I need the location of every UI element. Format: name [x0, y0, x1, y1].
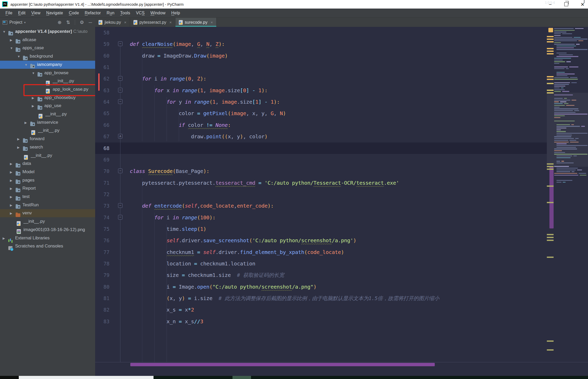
- chevron-collapsed-icon[interactable]: ▶: [17, 146, 20, 149]
- chevron-expanded-icon[interactable]: ▼: [3, 30, 6, 34]
- tree-item-Model[interactable]: ▶Model: [0, 168, 95, 176]
- tab-pytesseract.py[interactable]: pytesseract.py×: [130, 18, 175, 27]
- vertical-scrollbar-thumb[interactable]: [549, 167, 554, 228]
- code-line-68[interactable]: 68: [95, 142, 547, 154]
- menu-item-refactor[interactable]: Refactor: [82, 11, 104, 15]
- code-line-61[interactable]: 61: [95, 61, 547, 73]
- code-line-74[interactable]: 74− for i in range(100):: [95, 212, 547, 223]
- code-line-75[interactable]: 75 time.sleep(1): [95, 223, 547, 235]
- menu-item-navigate[interactable]: Navigate: [43, 11, 66, 15]
- code-line-73[interactable]: 73− def entercode(self,code_locate,enter…: [95, 200, 547, 212]
- tree-item-pages[interactable]: ▶pages: [0, 176, 95, 184]
- code-line-83[interactable]: 83 x_n = x_s//3: [95, 316, 547, 327]
- code-line-60[interactable]: 60 draw = ImageDraw.Draw(image): [95, 50, 547, 62]
- tree-item-app_browse[interactable]: ▼app_browse: [0, 69, 95, 77]
- tree-item-__init__.py[interactable]: __init__.py: [0, 110, 95, 118]
- chevron-collapsed-icon[interactable]: ▶: [32, 96, 34, 100]
- tree-item-apps_case[interactable]: ▼apps_case: [0, 44, 95, 52]
- menu-item-tools[interactable]: Tools: [117, 11, 133, 15]
- code-editor[interactable]: 5859−def clearNoise(image, G, N, Z):60 d…: [95, 27, 547, 362]
- settings-icon[interactable]: ⚙: [80, 20, 84, 25]
- menu-item-code[interactable]: Code: [66, 11, 82, 15]
- code-line-82[interactable]: 82 x_s = x*2: [95, 304, 547, 316]
- tree-item-TestRun[interactable]: ▶TestRun: [0, 201, 95, 209]
- chevron-collapsed-icon[interactable]: ▶: [17, 137, 20, 141]
- code-line-77[interactable]: 77 checknum1 = self.driver.find_element_…: [95, 246, 547, 258]
- chevron-down-icon[interactable]: ▾: [24, 21, 26, 24]
- tab-jiekou.py[interactable]: jiekou.py×: [95, 18, 130, 27]
- locate-icon[interactable]: ⊕: [58, 20, 62, 25]
- code-line-72[interactable]: 72: [95, 189, 547, 200]
- code-line-66[interactable]: 66 if color != None:: [95, 119, 547, 131]
- tree-item-Report[interactable]: ▶Report: [0, 184, 95, 192]
- fold-marker-down-icon[interactable]: −: [118, 76, 123, 81]
- horizontal-scrollbar-thumb[interactable]: [130, 363, 435, 366]
- tree-item-iamservice[interactable]: ▶iamservice: [0, 119, 95, 127]
- fold-marker-down-icon[interactable]: −: [118, 99, 123, 104]
- code-line-71[interactable]: 71 pytesseract.pytesseract.tesseract_cmd…: [95, 177, 547, 189]
- fold-marker-down-icon[interactable]: −: [118, 215, 123, 220]
- chevron-collapsed-icon[interactable]: ▶: [10, 38, 12, 42]
- code-line-67[interactable]: 67∧ draw.point((x, y), color): [95, 131, 547, 142]
- menu-item-file[interactable]: File: [3, 11, 15, 15]
- tree-item-__init__.py[interactable]: __init__.py: [0, 127, 95, 135]
- tree-item-__init__.py[interactable]: __init__.py: [0, 218, 95, 226]
- fold-marker-fold-icon[interactable]: −: [118, 41, 123, 46]
- tree-item-search[interactable]: ▶search: [0, 143, 95, 151]
- close-icon[interactable]: ×: [211, 20, 213, 24]
- hide-icon[interactable]: ─: [89, 20, 92, 25]
- code-line-78[interactable]: 78 location = checknum1.location: [95, 258, 547, 270]
- code-line-59[interactable]: 59−def clearNoise(image, G, N, Z):: [95, 38, 547, 50]
- fold-marker-up-icon[interactable]: ∧: [118, 134, 123, 139]
- menu-item-view[interactable]: View: [28, 11, 43, 15]
- fold-marker-fold-icon[interactable]: −: [118, 169, 123, 173]
- menu-item-vcs[interactable]: VCS: [133, 11, 148, 15]
- chevron-collapsed-icon[interactable]: ▶: [10, 179, 12, 182]
- close-icon[interactable]: ×: [169, 20, 172, 24]
- code-line-58[interactable]: 58: [95, 27, 547, 39]
- chevron-expanded-icon[interactable]: ▼: [10, 46, 13, 50]
- chevron-collapsed-icon[interactable]: ▶: [10, 187, 12, 190]
- chevron-collapsed-icon[interactable]: ▶: [10, 203, 12, 207]
- code-line-64[interactable]: 64− for y in range(1, image.size[1] - 1)…: [95, 96, 547, 108]
- close-icon[interactable]: ×: [124, 20, 126, 24]
- collapse-all-icon[interactable]: ⇅: [66, 20, 70, 25]
- fold-marker-down-icon[interactable]: −: [118, 88, 123, 92]
- tree-item-venv[interactable]: ▶venv: [0, 209, 95, 217]
- code-line-69[interactable]: 69: [95, 154, 547, 166]
- tree-item-Scratches-and-Consoles[interactable]: Scratches and Consoles: [0, 242, 95, 250]
- tab-surecode.py[interactable]: surecode.py×: [175, 18, 217, 27]
- tree-item-External-Libraries[interactable]: ▶External Libraries: [0, 234, 95, 242]
- code-line-81[interactable]: 81 (x, y) = i.size # 此方法为调整保存后截图的显示比例，由于…: [95, 293, 547, 304]
- code-line-70[interactable]: 70−class Surecode(Base_Page):: [95, 165, 547, 177]
- menu-item-run[interactable]: Run: [104, 11, 117, 15]
- inspection-indicator[interactable]: [548, 28, 553, 32]
- tree-item-app_use[interactable]: ▶app_use: [0, 102, 95, 110]
- chevron-collapsed-icon[interactable]: ▶: [3, 237, 5, 240]
- tree-item-test[interactable]: ▶test: [0, 193, 95, 201]
- tree-item-iamcompany[interactable]: ▼iamcompany: [0, 61, 95, 69]
- menu-item-edit[interactable]: Edit: [15, 11, 28, 15]
- code-line-80[interactable]: 80 i = Image.open("C:/auto python/screen…: [95, 281, 547, 293]
- chevron-collapsed-icon[interactable]: ▶: [10, 212, 12, 215]
- code-line-76[interactable]: 76 self.driver.save_screenshot('C:/auto …: [95, 235, 547, 246]
- project-panel-title[interactable]: Project: [9, 20, 22, 25]
- menu-item-help[interactable]: Help: [168, 11, 183, 15]
- tree-item-image001-03-18-16-26-12-.png[interactable]: image001(03-18-16-26-12).png: [0, 226, 95, 234]
- chevron-expanded-icon[interactable]: ▼: [32, 71, 35, 75]
- code-line-62[interactable]: 62− for i in range(0, Z):: [95, 73, 547, 85]
- tree-item-app_choosebuy[interactable]: ▶app_choosebuy: [0, 94, 95, 102]
- tree-item-data[interactable]: ▶data: [0, 160, 95, 168]
- tree-item-__init__.py[interactable]: __init__.py: [0, 152, 95, 160]
- fold-marker-fold-icon[interactable]: −: [118, 203, 123, 208]
- chevron-collapsed-icon[interactable]: ▶: [24, 121, 27, 125]
- code-line-63[interactable]: 63− for x in range(1, image.size[0] - 1)…: [95, 85, 547, 96]
- tree-item-background[interactable]: ▼background: [0, 52, 95, 60]
- chevron-collapsed-icon[interactable]: ▶: [10, 162, 12, 166]
- chevron-expanded-icon[interactable]: ▼: [24, 63, 28, 67]
- code-line-79[interactable]: 79 size = checknum1.size # 获取验证码的长宽: [95, 269, 547, 281]
- chevron-expanded-icon[interactable]: ▼: [17, 55, 20, 58]
- chevron-collapsed-icon[interactable]: ▶: [10, 195, 12, 199]
- code-line-65[interactable]: 65 color = getPixel(image, x, y, G, N): [95, 108, 547, 119]
- minimap-viewport[interactable]: [547, 93, 588, 167]
